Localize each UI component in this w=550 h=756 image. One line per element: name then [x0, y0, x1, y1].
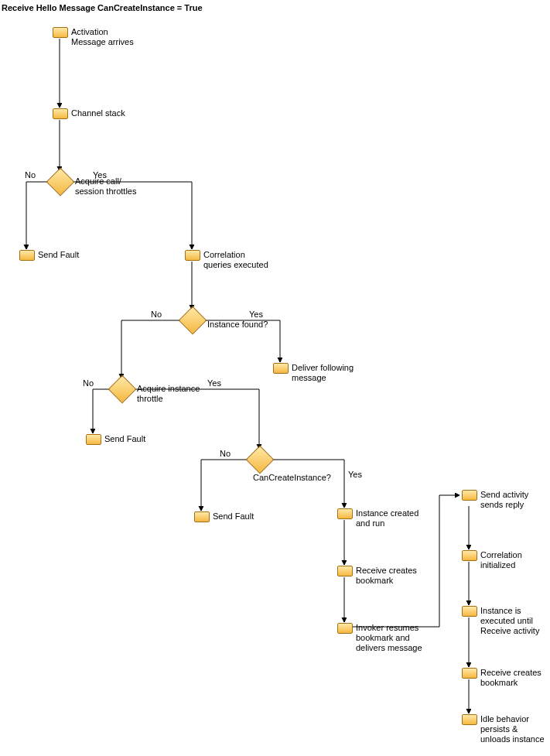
node-label: Deliver followingmessage — [292, 363, 354, 383]
process-icon — [194, 511, 210, 522]
node-deliver-following: Deliver followingmessage — [273, 363, 289, 374]
node-instance-created: Instance createdand run — [337, 508, 353, 519]
process-icon — [462, 714, 477, 725]
process-icon — [462, 606, 477, 617]
process-icon — [462, 550, 477, 561]
process-icon — [19, 250, 35, 261]
process-icon — [86, 434, 101, 445]
node-label: Correlationqueries executed — [203, 250, 268, 270]
node-instance-exec: Instance isexecuted untilReceive activit… — [462, 606, 477, 617]
process-icon — [337, 566, 353, 576]
edge-label-no: No — [220, 449, 231, 458]
decision-icon — [46, 168, 75, 197]
node-send-fault-2: Send Fault — [86, 434, 101, 445]
node-correlation-init: Correlationinitialized — [462, 550, 477, 561]
node-receive-bookmark: Receive createsbookmark — [337, 566, 353, 576]
decision-icon — [246, 446, 275, 474]
edge-label-yes: Yes — [249, 310, 263, 319]
edge-label-yes: Yes — [207, 378, 221, 388]
node-invoker: Invoker resumesbookmark anddelivers mess… — [337, 623, 353, 634]
node-label: Invoker resumesbookmark anddelivers mess… — [356, 623, 422, 653]
edge-label-no: No — [25, 170, 36, 180]
process-icon — [53, 27, 68, 38]
node-can-create: CanCreateInstance? — [250, 450, 270, 471]
node-channel: Channel stack — [53, 108, 68, 119]
process-icon — [273, 363, 289, 374]
node-instance-found: Instance found? — [183, 310, 203, 332]
node-activation: ActivationMessage arrives — [53, 27, 68, 38]
edge-label-no: No — [151, 310, 162, 319]
node-label: Send Fault — [104, 434, 145, 444]
process-icon — [462, 490, 477, 501]
node-label: Send Fault — [38, 250, 79, 260]
process-icon — [185, 250, 200, 261]
node-send-reply: Send activitysends reply — [462, 490, 477, 501]
node-idle: Idle behaviorpersists &unloads instance — [462, 714, 477, 725]
node-label: Instance isexecuted untilReceive activit… — [480, 606, 539, 636]
node-label: CanCreateInstance? — [253, 473, 331, 483]
node-label: Receive createsbookmark — [480, 668, 541, 688]
edge-label-yes: Yes — [348, 470, 362, 479]
node-send-fault-1: Send Fault — [19, 250, 35, 261]
node-receive-bookmark-2: Receive createsbookmark — [462, 668, 477, 679]
node-label: Send activitysends reply — [480, 490, 528, 510]
node-acquire-instance: Acquire instancethrottle — [112, 379, 132, 401]
process-icon — [337, 508, 353, 519]
node-acquire-throttles: Acquire call/session throttles — [50, 172, 70, 193]
node-label: Channel stack — [71, 108, 125, 118]
node-label: Instance found? — [207, 320, 268, 330]
node-label: Send Fault — [213, 511, 254, 522]
decision-icon — [179, 306, 207, 335]
node-correlation-exec: Correlationqueries executed — [185, 250, 200, 261]
node-send-fault-3: Send Fault — [194, 511, 210, 522]
edge-label-yes: Yes — [93, 170, 107, 180]
node-label: Instance createdand run — [356, 508, 418, 529]
node-label: ActivationMessage arrives — [71, 27, 134, 47]
node-label: Receive createsbookmark — [356, 566, 417, 586]
page-title: Receive Hello Message CanCreateInstance … — [2, 3, 203, 12]
decision-icon — [108, 375, 137, 404]
process-icon — [53, 108, 68, 119]
edge-label-no: No — [83, 378, 94, 388]
node-label: Correlationinitialized — [480, 550, 522, 570]
node-label: Acquire instancethrottle — [137, 384, 200, 404]
process-icon — [337, 623, 353, 634]
node-label: Idle behaviorpersists &unloads instance — [480, 714, 545, 744]
process-icon — [462, 668, 477, 679]
